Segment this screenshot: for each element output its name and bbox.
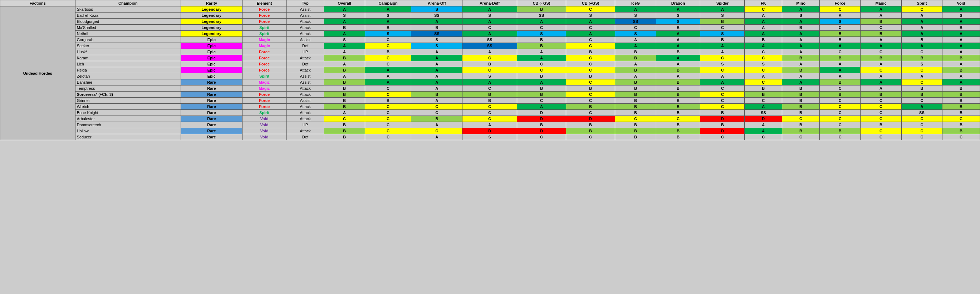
force-cell: C — [820, 134, 861, 140]
force-cell: B — [820, 79, 861, 86]
force-cell: B — [820, 92, 861, 98]
champion-name: Nethril — [75, 31, 181, 37]
overall-cell: A — [324, 6, 365, 13]
rarity-cell: Epic — [181, 49, 242, 55]
arena-def-cell: B — [463, 61, 517, 67]
dragon-cell: S — [656, 19, 700, 25]
void-cell: C — [942, 116, 980, 122]
mino-cell: B — [782, 67, 820, 73]
spider-cell: A — [700, 49, 745, 55]
cb-gs-pos-cell: B — [566, 104, 615, 110]
champion-name: Hollow — [75, 128, 181, 134]
force-cell: C — [820, 116, 861, 122]
dragon-cell: A — [656, 37, 700, 43]
rarity-cell: Legendary — [181, 19, 242, 25]
force-cell: C — [820, 6, 861, 13]
type-cell: Assist — [286, 37, 324, 43]
table-row: GorgorabEpicMagicAssistSCSSSBCAABBABABA — [0, 37, 980, 43]
type-cell: Attack — [286, 86, 324, 92]
void-cell: B — [942, 67, 980, 73]
campaign-cell: C — [365, 43, 411, 49]
arena-def-cell: C — [463, 67, 517, 73]
iceg-cell: A — [615, 37, 656, 43]
cb-gs-pos-cell: C — [566, 6, 615, 13]
fk-cell: A — [745, 43, 782, 49]
dragon-cell: A — [656, 6, 700, 13]
force-cell: C — [820, 86, 861, 92]
force-cell: B — [820, 31, 861, 37]
overall-cell: A — [324, 61, 365, 67]
arena-off-cell: C — [411, 104, 463, 110]
void-cell: B — [942, 55, 980, 61]
void-cell: A — [942, 49, 980, 55]
table-row: Husk*EpicForceHPABAAABBBACACCCA — [0, 49, 980, 55]
campaign-cell: C — [365, 55, 411, 61]
dragon-cell: B — [656, 49, 700, 55]
magic-cell: B — [861, 92, 901, 98]
campaign-cell: C — [365, 37, 411, 43]
champion-name: Zelotah — [75, 73, 181, 79]
table-row: Bone KnightRareSpiritAttackACCCDCBBBSSBC… — [0, 110, 980, 116]
iceg-cell: B — [615, 110, 656, 116]
header-element: Element — [242, 0, 286, 6]
spirit-cell: S — [901, 61, 942, 67]
header-campaign: Campaign — [365, 0, 411, 6]
iceg-cell: A — [615, 43, 656, 49]
arena-def-cell: S — [463, 73, 517, 79]
element-cell: Force — [242, 55, 286, 61]
campaign-cell: B — [365, 98, 411, 104]
overall-cell: C — [324, 116, 365, 122]
spirit-cell: A — [901, 31, 942, 37]
mino-cell: B — [782, 98, 820, 104]
overall-cell: B — [324, 67, 365, 73]
spider-cell: D — [700, 116, 745, 122]
table-row: SeekerEpicMagicDefACSSSBCAAAAAAAAA — [0, 43, 980, 49]
spirit-cell: C — [901, 122, 942, 128]
iceg-cell: B — [615, 49, 656, 55]
mino-cell: A — [782, 6, 820, 13]
faction-cell: Undead Hordes — [0, 6, 75, 140]
void-cell: B — [942, 98, 980, 104]
arena-def-cell: C — [463, 86, 517, 92]
cb-gs-pos-cell: C — [566, 25, 615, 31]
cb-gs-pos-cell: C — [566, 134, 615, 140]
campaign-cell: C — [365, 86, 411, 92]
rarity-cell: Rare — [181, 98, 242, 104]
cb-gs-neg-cell: D — [517, 128, 566, 134]
campaign-cell: A — [365, 67, 411, 73]
void-cell: B — [942, 86, 980, 92]
cb-gs-neg-cell: D — [517, 116, 566, 122]
dragon-cell: A — [656, 55, 700, 61]
iceg-cell: B — [615, 98, 656, 104]
table-row: SeducerRareVoidDefBCASCCBBCCCCCCC — [0, 134, 980, 140]
void-cell: B — [942, 110, 980, 116]
type-cell: HP — [286, 49, 324, 55]
table-row: Sorceress* (+Ch. 3)RareForceAttackBCBBBC… — [0, 92, 980, 98]
rarity-cell: Rare — [181, 128, 242, 134]
type-cell: Def — [286, 61, 324, 67]
arena-def-cell: A — [463, 19, 517, 25]
fk-cell: D — [745, 116, 782, 122]
spirit-cell: C — [901, 67, 942, 73]
header-type: Typ — [286, 0, 324, 6]
iceg-cell: B — [615, 86, 656, 92]
spirit-cell: SS — [901, 110, 942, 116]
arena-off-cell: A — [411, 73, 463, 79]
header-cb-gs-neg: CB (- GS) — [517, 0, 566, 6]
cb-gs-pos-cell: C — [566, 37, 615, 43]
fk-cell: A — [745, 13, 782, 19]
spider-cell: A — [700, 73, 745, 79]
void-cell: B — [942, 92, 980, 98]
overall-cell: B — [324, 79, 365, 86]
campaign-cell: C — [365, 134, 411, 140]
header-void: Void — [942, 0, 980, 6]
rarity-cell: Rare — [181, 79, 242, 86]
champion-name: Lich — [75, 61, 181, 67]
magic-cell: A — [861, 37, 901, 43]
iceg-cell: B — [615, 92, 656, 98]
overall-cell: A — [324, 43, 365, 49]
spirit-cell: B — [901, 55, 942, 61]
force-cell: C — [820, 25, 861, 31]
cb-gs-pos-cell: A — [566, 31, 615, 37]
fk-cell: C — [745, 98, 782, 104]
